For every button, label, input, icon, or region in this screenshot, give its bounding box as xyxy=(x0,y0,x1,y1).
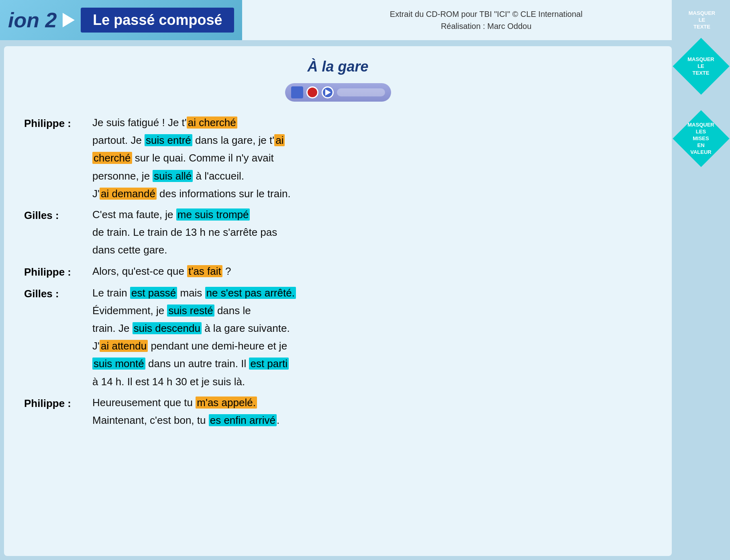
dialog-row-philippe-2: Philippe : Alors, qu'est-ce que t'as fai… xyxy=(24,262,652,281)
highlight-es-enfin-arrive: es enfin arrivé xyxy=(209,414,277,426)
speaker-philippe-3: Philippe : xyxy=(24,394,92,429)
media-bar xyxy=(285,83,391,102)
credit-text: Extrait du CD-ROM pour TBI "ICI" © CLE I… xyxy=(390,8,583,32)
highlight-me-suis-trompe: me suis trompé xyxy=(176,208,250,221)
highlight-suis-descendu: suis descendu xyxy=(133,322,202,334)
header: ion 2 Le passé composé Extrait du CD-ROM… xyxy=(0,0,730,40)
masquer-texte-diamond[interactable]: MASQUERLETEXTE xyxy=(679,44,723,88)
speaker-gilles-2: Gilles : xyxy=(24,284,92,390)
media-controls xyxy=(24,83,652,102)
speech-gilles-2: Le train est passé mais ne s'est pas arr… xyxy=(92,284,652,390)
highlight-est-parti: est parti xyxy=(249,358,289,370)
speaker-philippe-1: Philippe : xyxy=(24,114,92,202)
media-record-button[interactable] xyxy=(306,86,318,98)
speaker-gilles-1: Gilles : xyxy=(24,206,92,259)
main-content: À la gare Philippe : Je suis fatigué ! J… xyxy=(4,46,672,556)
dialog-row-gilles-2: Gilles : Le train est passé mais ne s'es… xyxy=(24,284,652,390)
speech-philippe-3: Heureusement que tu m'as appelé. Mainten… xyxy=(92,394,652,429)
speech-gilles-1: C'est ma faute, je me suis trompé de tra… xyxy=(92,206,652,259)
header-left: ion 2 Le passé composé xyxy=(0,0,242,40)
highlight-mas-appele: m'as appelé. xyxy=(196,396,257,409)
dialog-row-gilles-1: Gilles : C'est ma faute, je me suis trom… xyxy=(24,206,652,259)
highlight-ai-1: ai xyxy=(274,134,285,146)
dialog-row-philippe-1: Philippe : Je suis fatigué ! Je t'ai che… xyxy=(24,114,652,202)
media-play-button[interactable] xyxy=(322,86,334,98)
highlight-ne-sest-pas-arrete: ne s'est pas arrêté. xyxy=(205,287,296,299)
highlight-tas-fait: t'as fait xyxy=(187,265,222,277)
page-title: À la gare xyxy=(24,58,652,75)
media-progress-bar xyxy=(337,88,385,96)
highlight-est-passe: est passé xyxy=(130,287,177,299)
highlight-suis-entre: suis entré xyxy=(145,134,192,146)
dialog-row-philippe-3: Philippe : Heureusement que tu m'as appe… xyxy=(24,394,652,429)
dialog-content: Philippe : Je suis fatigué ! Je t'ai che… xyxy=(24,114,652,429)
header-center: Extrait du CD-ROM pour TBI "ICI" © CLE I… xyxy=(242,0,730,40)
speech-philippe-2: Alors, qu'est-ce que t'as fait ? xyxy=(92,262,652,281)
speech-philippe-1: Je suis fatigué ! Je t'ai cherché partou… xyxy=(92,114,652,202)
highlight-suis-reste: suis resté xyxy=(167,305,214,317)
highlight-suis-alle: suis allé xyxy=(153,170,193,182)
highlight-ai-cherche-1: ai cherché xyxy=(187,116,237,129)
diamond-shape-masquer-mises xyxy=(673,110,729,167)
right-sidebar: MASQUERLETEXTE MASQUERLES MISESEN VALEUR xyxy=(672,0,730,560)
lesson-title: Le passé composé xyxy=(81,8,234,33)
play-icon xyxy=(63,13,75,27)
play-triangle-icon xyxy=(325,89,331,96)
highlight-cherche-2: cherché xyxy=(92,152,132,164)
masquer-mises-diamond[interactable]: MASQUERLES MISESEN VALEUR xyxy=(679,116,723,161)
section-label: ion 2 xyxy=(8,8,57,32)
speaker-philippe-2: Philippe : xyxy=(24,262,92,281)
media-stop-button[interactable] xyxy=(291,86,303,98)
highlight-suis-monte: suis monté xyxy=(92,358,145,370)
highlight-ai-demande: ai demandé xyxy=(100,188,157,200)
highlight-ai-attendu: ai attendu xyxy=(100,340,148,352)
diamond-shape-masquer-texte xyxy=(673,38,729,94)
